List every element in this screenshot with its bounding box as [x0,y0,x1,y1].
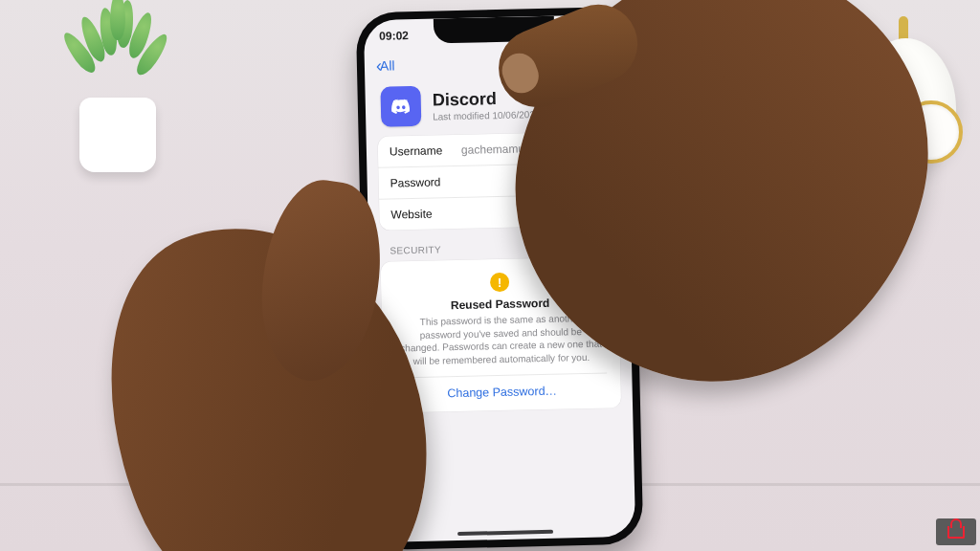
change-password-button[interactable]: Change Password… [396,372,608,412]
password-value: •••••••••• [564,171,604,186]
website-value: discord.com [544,203,606,217]
password-row[interactable]: Password •••••••••• [378,162,616,199]
warning-body: This password is the same as another pas… [395,311,607,367]
page-title: Discord [433,88,541,111]
warning-title: Reused Password [394,295,605,313]
phone-device: 09:02 ‹ All Discord Last modified 10/06/… [356,7,644,550]
home-indicator[interactable] [457,530,553,536]
plant-decor [43,0,196,182]
password-label: Password [390,175,441,189]
statusbar-time: 09:02 [379,29,409,43]
password-entry-header: Discord Last modified 10/06/2024 [365,74,626,137]
watermark-badge [936,518,976,545]
website-label: Website [390,208,432,222]
username-value: gachemamuniu@gmail.com [461,140,604,156]
clock-decor [836,33,970,206]
username-label: Username [390,143,443,158]
discord-icon [380,86,421,127]
credentials-card: Username gachemamuniu@gmail.com Password… [378,131,617,231]
security-warning-card: ! Reused Password This password is the s… [381,256,622,413]
warning-icon: ! [490,273,509,292]
battery-icon [590,25,609,36]
lock-icon [947,526,965,539]
notch [434,16,555,44]
last-modified-label: Last modified 10/06/2024 [433,108,541,121]
wifi-icon [572,26,586,37]
back-label: All [380,57,395,73]
